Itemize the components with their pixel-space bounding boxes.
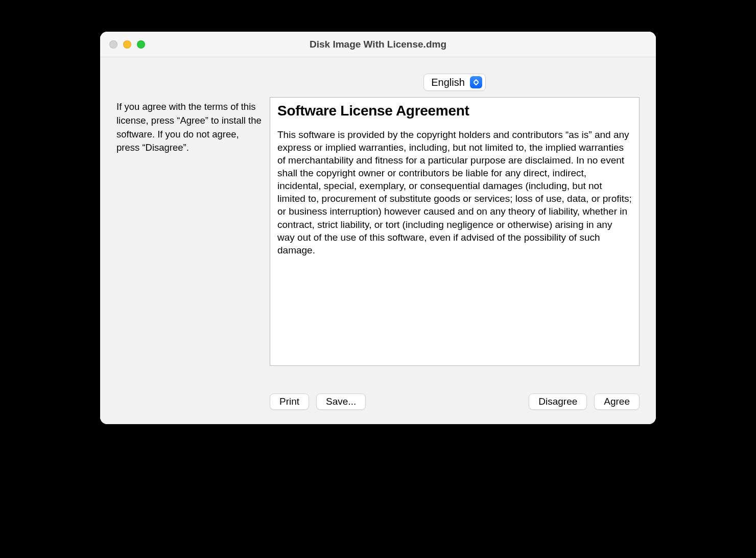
body-row: If you agree with the terms of this lice… (116, 97, 640, 379)
button-group-right: Disagree Agree (529, 393, 640, 410)
titlebar: Disk Image With License.dmg (100, 32, 656, 57)
print-button[interactable]: Print (270, 393, 309, 410)
traffic-lights (109, 40, 145, 49)
language-row: English (116, 74, 640, 91)
instructions-text: If you agree with the terms of this lice… (116, 97, 267, 379)
chevron-up-down-icon (470, 76, 482, 88)
disagree-button[interactable]: Disagree (529, 393, 587, 410)
agree-button[interactable]: Agree (594, 393, 640, 410)
license-text-area[interactable]: Software License Agreement This software… (270, 97, 640, 366)
minimize-window-button[interactable] (123, 40, 131, 49)
button-group-left: Print Save... (270, 393, 366, 410)
license-body: This software is provided by the copyrig… (277, 128, 632, 257)
language-selected-label: English (431, 77, 470, 88)
content-area: English If you agree with the terms of t… (100, 57, 656, 424)
window-title: Disk Image With License.dmg (100, 39, 656, 50)
close-window-button[interactable] (109, 40, 117, 49)
save-button[interactable]: Save... (316, 393, 366, 410)
maximize-window-button[interactable] (137, 40, 145, 49)
button-row: Print Save... Disagree Agree (116, 393, 640, 410)
dialog-window: Disk Image With License.dmg English If y… (100, 32, 656, 424)
language-select[interactable]: English (423, 74, 486, 91)
license-heading: Software License Agreement (277, 103, 632, 119)
